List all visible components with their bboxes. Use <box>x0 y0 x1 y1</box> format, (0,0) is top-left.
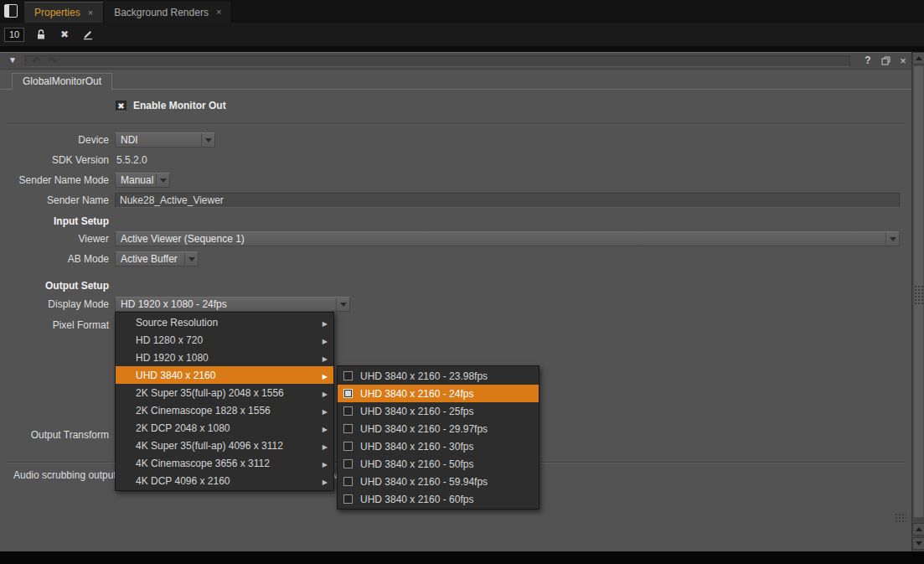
display-mode-option[interactable]: 4K Cinemascope 3656 x 3112 <box>116 454 333 472</box>
node-panel-header: ▼ ↶ ↷ ? × <box>0 53 911 70</box>
close-tab-icon[interactable]: × <box>88 8 93 18</box>
device-value: NDI <box>116 134 201 146</box>
close-tab-icon[interactable]: × <box>216 8 221 17</box>
sdk-version-label: SDK Version <box>0 154 109 166</box>
close-panel-icon[interactable]: × <box>896 54 910 67</box>
help-icon[interactable]: ? <box>861 54 875 66</box>
collapse-triangle-icon[interactable]: ▼ <box>8 55 17 65</box>
scroll-down-button[interactable] <box>912 537 924 550</box>
fps-option[interactable]: UHD 3840 x 2160 - 50fps <box>338 455 539 473</box>
checkbox-icon <box>343 406 353 416</box>
menu-item-label: 4K Cinemascope 3656 x 3112 <box>136 458 270 469</box>
checkbox-icon <box>343 424 353 433</box>
enable-monitor-out-checkbox[interactable]: ✖ <box>116 101 126 111</box>
node-tab-globalmonitorout[interactable]: GlobalMonitorOut <box>12 73 112 90</box>
menu-item-label: 4K DCP 4096 x 2160 <box>136 475 230 487</box>
checkbox-icon <box>343 442 353 451</box>
input-setup-header: Input Setup <box>0 215 109 227</box>
viewer-row: Viewer Active Viewer (Sequence 1) <box>0 231 911 246</box>
divider <box>7 123 905 125</box>
display-mode-option[interactable]: 2K Super 35(full-ap) 2048 x 1556 <box>116 384 333 401</box>
display-mode-option[interactable]: UHD 3840 x 2160 <box>116 366 333 384</box>
properties-toolbar: 10 ✖ <box>0 23 924 46</box>
output-setup-header-row: Output Setup <box>0 278 911 293</box>
node-name-field[interactable]: ↶ ↷ <box>25 55 850 67</box>
fps-option[interactable]: UHD 3840 x 2160 - 29.97fps <box>338 420 539 437</box>
edit-pencil-icon[interactable] <box>81 28 95 41</box>
arrow-up-icon <box>916 527 922 531</box>
menu-item-label: UHD 3840 x 2160 - 60fps <box>360 494 473 505</box>
fps-option[interactable]: UHD 3840 x 2160 - 24fps <box>338 385 539 402</box>
fps-option[interactable]: UHD 3840 x 2160 - 23.98fps <box>338 367 539 385</box>
scrollbar-grip-dots[interactable] <box>914 285 923 305</box>
fps-option[interactable]: UHD 3840 x 2160 - 30fps <box>338 437 539 455</box>
display-mode-dropdown[interactable]: HD 1920 x 1080 - 24fps <box>115 297 350 312</box>
panel-resize-grip[interactable] <box>895 513 906 524</box>
menu-item-label: UHD 3840 x 2160 - 50fps <box>360 458 473 470</box>
display-mode-row: Display Mode HD 1920 x 1080 - 24fps <box>0 297 911 312</box>
chevron-down-icon <box>201 133 214 147</box>
fps-option[interactable]: UHD 3840 x 2160 - 59.94fps <box>338 473 539 490</box>
lock-icon[interactable] <box>34 28 48 41</box>
sender-name-input[interactable] <box>115 193 900 208</box>
scroll-up-button[interactable] <box>912 52 924 65</box>
menu-item-label: 4K Super 35(full-ap) 4096 x 3112 <box>136 440 283 452</box>
display-mode-label: Display Mode <box>0 298 109 310</box>
tab-underline <box>0 89 911 90</box>
vertical-scrollbar[interactable] <box>911 52 924 551</box>
fps-option[interactable]: UHD 3840 x 2160 - 25fps <box>338 402 539 420</box>
tab-properties[interactable]: Properties × <box>24 2 104 23</box>
display-mode-option[interactable]: 2K Cinemascope 1828 x 1556 <box>116 401 333 419</box>
viewer-dropdown[interactable]: Active Viewer (Sequence 1) <box>115 231 900 246</box>
display-mode-option[interactable]: HD 1280 x 720 <box>116 331 333 349</box>
sdk-version-value: 5.5.2.0 <box>116 154 147 166</box>
submenu-arrow-icon <box>312 475 328 487</box>
sender-name-mode-dropdown[interactable]: Manual <box>115 173 170 188</box>
menu-item-label: UHD 3840 x 2160 - 24fps <box>360 388 473 400</box>
viewer-label: Viewer <box>0 233 109 245</box>
input-setup-header-row: Input Setup <box>0 214 911 229</box>
redo-icon[interactable]: ↷ <box>49 56 57 66</box>
submenu-arrow-icon <box>312 387 328 399</box>
display-mode-option[interactable]: Source Resolution <box>116 313 333 331</box>
menu-item-label: 2K DCP 2048 x 1080 <box>136 422 230 434</box>
max-panels-input[interactable]: 10 <box>4 28 24 42</box>
device-dropdown[interactable]: NDI <box>115 132 215 147</box>
sdk-version-row: SDK Version 5.5.2.0 <box>0 153 911 168</box>
scroll-up-button-bottom[interactable] <box>912 523 924 536</box>
arrow-up-icon <box>916 56 922 60</box>
ab-mode-row: AB Mode Active Buffer <box>0 251 911 266</box>
submenu-arrow-icon <box>312 370 328 381</box>
checkbox-icon <box>343 459 353 468</box>
enable-monitor-out-label: Enable Monitor Out <box>133 100 226 111</box>
chevron-down-icon <box>156 173 169 187</box>
menu-item-label: UHD 3840 x 2160 - 30fps <box>360 441 473 453</box>
tab-background-renders[interactable]: Background Renders × <box>104 2 232 23</box>
device-row: Device NDI <box>0 132 911 147</box>
fps-option[interactable]: UHD 3840 x 2160 - 60fps <box>338 490 539 508</box>
top-bar-area: Properties × Background Renders × 10 ✖ <box>0 0 924 52</box>
chevron-down-icon <box>885 232 899 246</box>
float-panel-icon[interactable] <box>879 56 892 68</box>
output-setup-header: Output Setup <box>0 280 109 292</box>
arrow-down-icon <box>916 541 922 546</box>
menu-item-label: Source Resolution <box>136 317 218 329</box>
submenu-arrow-icon <box>312 422 328 434</box>
menu-item-label: UHD 3840 x 2160 - 59.94fps <box>360 476 488 488</box>
display-mode-option[interactable]: HD 1920 x 1080 <box>116 349 333 366</box>
ab-mode-dropdown[interactable]: Active Buffer <box>115 251 199 266</box>
panel-layout-icon[interactable] <box>4 4 18 18</box>
menu-item-label: UHD 3840 x 2160 - 25fps <box>360 406 473 417</box>
device-label: Device <box>0 134 109 146</box>
fps-submenu: UHD 3840 x 2160 - 23.98fps UHD 3840 x 21… <box>337 365 539 510</box>
ab-mode-value: Active Buffer <box>116 253 184 265</box>
display-mode-option[interactable]: 4K Super 35(full-ap) 4096 x 3112 <box>116 437 333 454</box>
submenu-arrow-icon <box>312 405 328 417</box>
close-all-panels-icon[interactable]: ✖ <box>58 28 71 41</box>
display-mode-option[interactable]: 4K DCP 4096 x 2160 <box>116 472 333 489</box>
display-mode-option[interactable]: 2K DCP 2048 x 1080 <box>116 419 333 437</box>
checkbox-icon <box>343 389 353 398</box>
tab-label: Background Renders <box>114 7 209 18</box>
enable-monitor-out-row: ✖ Enable Monitor Out <box>116 99 226 112</box>
undo-icon[interactable]: ↶ <box>32 56 40 66</box>
